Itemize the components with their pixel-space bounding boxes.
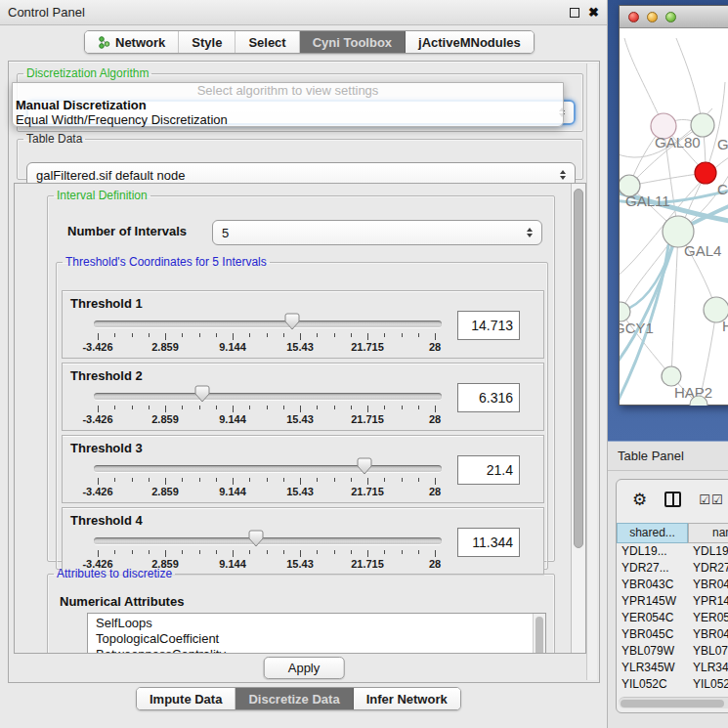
slider-handle[interactable] (357, 457, 372, 475)
network-node-c[interactable] (695, 162, 716, 184)
tick-label: -3.426 (82, 486, 112, 497)
float-icon[interactable] (570, 8, 579, 18)
threshold-value-field[interactable]: 6.316 (457, 383, 520, 412)
attributes-group: Attributes to discretize Numerical Attri… (47, 567, 555, 654)
network-canvas[interactable]: GAL80GACGAL11GAL4GCY1HHAP2 (620, 28, 728, 406)
table-row[interactable]: YBR045CYBR045C (617, 626, 728, 643)
column-header-shared-name[interactable]: shared... (617, 523, 688, 543)
network-edge-highlighted[interactable] (621, 245, 672, 312)
tab-discretize-data[interactable]: Discretize Data (236, 688, 353, 709)
network-node-hap2[interactable] (662, 366, 681, 386)
vertical-scrollbar[interactable] (571, 184, 585, 653)
network-node-label: GA (717, 136, 728, 152)
tick-label: 2.859 (151, 486, 179, 497)
list-scrollbar[interactable] (533, 614, 545, 654)
table-row[interactable]: YBL079WYBL079W (617, 643, 728, 660)
column-header-name[interactable]: name (688, 523, 728, 543)
network-edge[interactable] (671, 232, 678, 376)
table-cell: YPR145W (617, 593, 688, 610)
network-desktop: GAL80GACGAL11GAL4GCY1HHAP2 (608, 0, 728, 442)
panel-scrollbar-track[interactable] (586, 64, 597, 680)
popup-item-equal-width-frequency[interactable]: Equal Width/Frequency Discretization (13, 112, 563, 127)
attribute-list-item[interactable]: BetweennessCentrality (96, 647, 545, 654)
table-cell: YLR345W (688, 660, 728, 676)
slider-track[interactable] (94, 537, 442, 544)
vertical-scrollbar-thumb[interactable] (574, 189, 583, 548)
table-row[interactable]: YDL19...YDL19 (617, 543, 728, 560)
network-edge[interactable] (676, 38, 703, 125)
tick-label: 21.715 (351, 486, 384, 497)
close-icon[interactable]: ✖ (588, 8, 599, 18)
slider-tick-labels: -3.4262.8599.14415.4321.71528 (98, 413, 435, 426)
slider-tick-labels: -3.4262.8599.14415.4321.71528 (98, 341, 435, 354)
checkbox-checked-icon[interactable]: ☑☑ (699, 492, 723, 507)
control-panel-titlebar: Control Panel ✖ (0, 0, 607, 25)
table-panel-inner: ⚙ ☑☑ shared...nameYDL19...YDL19YDR27...Y… (616, 479, 728, 713)
tab-select[interactable]: Select (236, 31, 299, 53)
slider-handle[interactable] (194, 385, 210, 403)
list-scrollbar-thumb[interactable] (535, 617, 543, 654)
slider-handle[interactable] (248, 530, 264, 547)
network-edge[interactable] (624, 38, 664, 126)
tab-infer-network[interactable]: Infer Network (354, 688, 460, 709)
slider-track[interactable] (94, 321, 442, 327)
network-graph[interactable]: GAL80GACGAL11GAL4GCY1HHAP2 (620, 28, 728, 406)
table-row[interactable]: YBR043CYBR043C (617, 577, 728, 593)
horizontal-scrollbar-thumb[interactable] (621, 700, 724, 707)
table-row[interactable]: YPR145WYPR145W (617, 593, 728, 610)
tick-label: 21.715 (351, 341, 384, 353)
threshold-label: Threshold 3 (70, 441, 143, 455)
cyni-toolbox-panel: Discretization Algorithm Table Data galF… (8, 61, 600, 683)
numerical-attributes-list[interactable]: SelfLoopsTopologicalCoefficientBetweenne… (87, 613, 546, 654)
table-cell: YDL19 (688, 543, 728, 560)
table-data-group: Table Data galFiltered.sif default node (17, 132, 583, 180)
group-title: Discretization Algorithm (23, 66, 151, 80)
threshold-value-field[interactable]: 21.4 (457, 455, 520, 485)
tab-style[interactable]: Style (179, 31, 236, 53)
interval-definition-group: Interval Definition Number of Intervals … (47, 189, 555, 562)
tick-label: 28 (429, 486, 441, 497)
tab-label: Select (248, 35, 285, 50)
gear-icon[interactable]: ⚙ (632, 492, 647, 508)
threshold-value-field[interactable]: 11.344 (457, 528, 520, 557)
tab-label: jActiveMNodules (418, 35, 521, 50)
network-edge[interactable] (629, 173, 706, 186)
table-row[interactable]: YDR27...YDR27 (617, 560, 728, 577)
threshold-coordinates-group: Threshold's Coordinates for 5 Intervals … (56, 255, 548, 570)
split-view-icon[interactable] (664, 492, 681, 507)
table-row[interactable]: YLR345WYLR345W (617, 660, 728, 676)
tab-network[interactable]: Network (85, 31, 179, 53)
threshold-value-field[interactable]: 14.713 (457, 311, 520, 340)
table-row[interactable]: YIL052CYIL052C (617, 676, 728, 693)
network-node-label: GAL11 (625, 193, 670, 209)
tab-jactivemnodules[interactable]: jActiveMNodules (406, 31, 534, 53)
slider-ticks (98, 550, 435, 558)
close-traffic-light-icon[interactable] (628, 12, 639, 22)
table-cell: YDL19... (617, 543, 688, 560)
table-panel-body: ⚙ ☑☑ shared...nameYDL19...YDL19YDR27...Y… (608, 471, 728, 728)
tab-cyni-toolbox[interactable]: Cyni Toolbox (300, 31, 406, 53)
number-of-intervals-combobox[interactable]: 5 (212, 220, 542, 245)
group-title: Interval Definition (54, 189, 150, 202)
attribute-list-item[interactable]: SelfLoops (96, 616, 545, 631)
minimize-traffic-light-icon[interactable] (647, 12, 658, 22)
popup-item-manual-discretization[interactable]: Manual Discretization (13, 98, 563, 112)
table-cell: YER054C (617, 610, 688, 626)
table-row[interactable]: YER054CYER054C (617, 610, 728, 626)
tick-label: 9.144 (219, 341, 246, 353)
network-window-titlebar[interactable] (620, 6, 728, 28)
up-down-arrows-icon (560, 170, 566, 180)
attribute-list-item[interactable]: TopologicalCoefficient (96, 631, 545, 647)
tick-label: 28 (429, 413, 441, 425)
horizontal-scrollbar[interactable] (619, 697, 728, 708)
zoom-traffic-light-icon[interactable] (665, 12, 676, 22)
slider-track[interactable] (94, 465, 442, 472)
network-node-ga[interactable] (691, 113, 714, 137)
slider-track[interactable] (94, 393, 442, 400)
slider-handle[interactable] (284, 313, 300, 330)
network-node-gcy1[interactable] (620, 302, 630, 321)
apply-button[interactable]: Apply (264, 657, 345, 679)
popup-prompt-item[interactable]: Select algorithm to view settings (13, 83, 563, 98)
tab-impute-data[interactable]: Impute Data (137, 688, 236, 709)
network-window[interactable]: GAL80GACGAL11GAL4GCY1HHAP2 (619, 5, 728, 406)
